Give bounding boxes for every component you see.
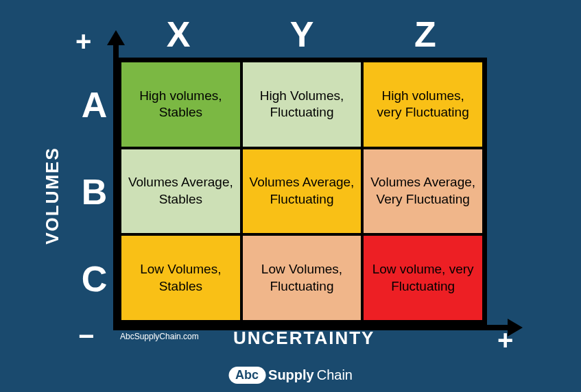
abc-xyz-matrix: + − + VOLUMES UNCERTAINTY X Y Z A B C Hi… (41, 14, 535, 356)
cell-cy: Low Volumes, Fluctuating (241, 234, 363, 321)
y-axis-minus-icon: − (78, 321, 94, 352)
x-axis-label: UNCERTAINTY (233, 328, 375, 349)
cell-cz: Low volume, very Fluctuating (362, 234, 484, 321)
y-axis-label: VOLUMES (42, 147, 63, 245)
attribution-text: AbcSupplyChain.com (120, 332, 199, 341)
cell-bx: Volumes Average, Stables (120, 148, 241, 235)
row-header-c: C (75, 235, 113, 322)
x-axis-arrow-icon (508, 319, 523, 336)
row-header-a: A (75, 62, 113, 149)
cell-bz: Volumes Average, Very Fluctuating (362, 148, 484, 235)
cell-az: High volumes, very Fluctuating (362, 61, 484, 148)
column-headers: X Y Z (117, 14, 487, 55)
col-header-x: X (117, 14, 240, 55)
logo: Abc SupplyChain (228, 367, 353, 384)
row-headers: A B C (75, 62, 113, 322)
logo-chain: Chain (317, 367, 353, 383)
col-header-z: Z (364, 14, 487, 55)
row-header-b: B (75, 149, 113, 236)
logo-supply: Supply (268, 367, 314, 383)
cell-ay: High Volumes, Fluctuating (241, 61, 363, 148)
cell-ax: High volumes, Stables (120, 61, 241, 148)
cell-by: Volumes Average, Fluctuating (241, 148, 363, 235)
matrix-grid: High volumes, Stables High Volumes, Fluc… (117, 58, 487, 325)
x-axis-line (113, 325, 511, 330)
col-header-y: Y (240, 14, 364, 55)
logo-badge: Abc (228, 367, 265, 384)
y-axis-plus-icon: + (75, 26, 91, 57)
cell-cx: Low Volumes, Stables (120, 234, 241, 321)
